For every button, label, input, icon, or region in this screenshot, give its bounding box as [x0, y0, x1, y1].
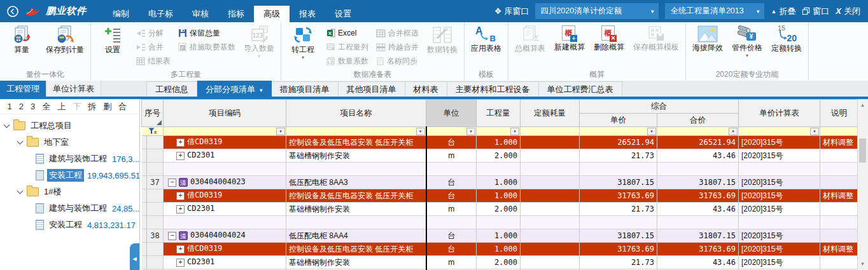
pipe-price-button[interactable]: ¥ 管件价格 ▾	[729, 24, 765, 58]
tree-toolbar-button[interactable]: 2	[15, 102, 27, 111]
cell-price-calc-table[interactable]: [2020]315号	[739, 189, 820, 203]
main-tab[interactable]: 分部分项清单▾	[197, 81, 272, 98]
cell-total-price[interactable]: 26521.94	[657, 136, 739, 149]
cell-quota-usage[interactable]	[521, 149, 580, 163]
row-gutter[interactable]	[142, 176, 147, 189]
row-gutter[interactable]	[142, 256, 147, 269]
cell-total-price[interactable]: 43.46	[657, 203, 739, 216]
chevron-expanded-icon[interactable]	[17, 188, 24, 194]
cell-quota-usage[interactable]	[521, 243, 580, 256]
calc-volume-button[interactable]: 算量	[4, 24, 39, 55]
cell-quantity[interactable]: 2.000	[477, 149, 521, 163]
tree-toolbar-button[interactable]: 3	[27, 102, 38, 111]
cell-price-calc-table[interactable]: [2020]315号	[739, 229, 820, 243]
quota-convert-button[interactable]: 15 20 定额转换	[769, 24, 804, 53]
filter-dropdown-icon[interactable]: ▾	[416, 128, 425, 135]
tree-leaf-arch-basement[interactable]: 建筑与装饰工程 176,3...	[0, 151, 139, 167]
cell-unit[interactable]	[426, 163, 477, 176]
cell-price-calc-table[interactable]: [2020]315号	[739, 136, 820, 149]
save-to-metering-button[interactable]: 保存到计量	[43, 24, 87, 55]
cell-unit-price[interactable]: 21.73	[580, 149, 657, 163]
cell-note[interactable]	[820, 149, 858, 163]
vertical-scrollbar[interactable]: ▲ ▼	[857, 99, 868, 270]
tree-toolbar-button[interactable]: 删	[100, 101, 115, 112]
filter-cell-code[interactable]: ▾	[164, 127, 286, 136]
cell-quantity[interactable]: 1.000	[477, 189, 521, 203]
tree-node-basement[interactable]: 地下室	[0, 134, 139, 151]
cell-quota-usage[interactable]	[521, 256, 580, 269]
scroll-down-icon[interactable]: ▼	[858, 259, 867, 269]
expand-node-icon[interactable]: +	[176, 192, 185, 200]
cell-price-calc-table[interactable]: [2020]315号	[739, 256, 820, 269]
cell-seq[interactable]	[147, 163, 164, 176]
scrollbar-thumb[interactable]	[859, 138, 866, 163]
header-total[interactable]: 合价	[657, 114, 739, 127]
cell-unit-price[interactable]: 26521.94	[580, 136, 657, 149]
cell-quota-usage[interactable]	[521, 229, 580, 243]
menubar-item[interactable]: 报表	[290, 6, 325, 22]
cell-unit[interactable]: 台	[426, 189, 477, 203]
row-gutter[interactable]	[142, 216, 147, 229]
filter-cell-unit[interactable]: ▾	[426, 127, 477, 136]
filter-cell-name[interactable]: ▾	[286, 127, 426, 136]
cell-name[interactable]: 基础槽钢制作安装	[286, 203, 426, 216]
collapse-node-icon[interactable]: −	[168, 232, 176, 240]
cell-quantity[interactable]: 2.000	[477, 256, 521, 269]
close-button[interactable]: X 关闭	[836, 6, 860, 17]
settings-button[interactable]: 设置	[95, 24, 130, 55]
cell-note[interactable]: 材料调整	[820, 189, 858, 203]
expand-node-icon[interactable]: +	[176, 245, 185, 253]
tree-leaf-install-basement[interactable]: 安装工程 19,943,695.51	[0, 167, 139, 184]
main-tab[interactable]: 工程信息	[146, 81, 197, 97]
cell-total-price[interactable]: 31763.69	[657, 189, 739, 203]
filter-dropdown-icon[interactable]: ▾	[729, 128, 738, 135]
header-code[interactable]: 项目编码	[164, 100, 286, 127]
table-row[interactable]: +借CD0319控制设备及低压电器安装 低压开关柜台1.00031763.693…	[142, 243, 858, 256]
menubar-item[interactable]: 高级	[254, 6, 290, 22]
cell-seq[interactable]: 37	[147, 176, 164, 189]
cell-note[interactable]	[820, 229, 858, 243]
cell-total-price[interactable]: 31807.15	[657, 176, 739, 189]
table-row[interactable]: +CD2301基础槽钢制作安装m2.00021.7343.46[2020]315…	[142, 149, 858, 163]
cell-name[interactable]: 控制设备及低压电器安装 低压开关柜	[286, 189, 426, 203]
cell-code[interactable]: −清030404004023	[164, 176, 286, 189]
main-tab[interactable]: 材料表	[405, 81, 447, 97]
expand-node-icon[interactable]: +	[176, 152, 185, 160]
cell-note[interactable]	[820, 216, 858, 229]
cell-price-calc-table[interactable]: [2020]315号	[739, 176, 820, 189]
cell-seq[interactable]	[147, 203, 164, 216]
table-row[interactable]: 38−清030404004024低压配电柜 8AA4台1.00031807.15…	[142, 229, 858, 243]
tree-toolbar-button[interactable]: 全	[39, 101, 54, 112]
tree-toolbar-button[interactable]: 1	[4, 102, 15, 111]
filter-dropdown-icon[interactable]: ▾	[647, 128, 656, 135]
cell-name[interactable]: 低压配电柜 8AA4	[286, 229, 426, 243]
cell-note[interactable]	[820, 163, 858, 176]
cell-unit-price[interactable]: 31807.15	[580, 176, 657, 189]
cell-note[interactable]: 材料调整	[820, 243, 858, 256]
cell-quota-usage[interactable]	[521, 136, 580, 149]
cell-unit-price[interactable]: 31763.69	[580, 189, 657, 203]
cell-seq[interactable]: 38	[147, 229, 164, 243]
cell-note[interactable]	[820, 256, 858, 269]
filter-cell-qty[interactable]: ▾	[477, 127, 521, 136]
keep-total-button[interactable]: 保留总量	[176, 27, 237, 39]
table-row[interactable]: +CD2301基础槽钢制作安装m2.00021.7343.46[2020]315…	[142, 203, 858, 216]
back-icon[interactable]	[6, 5, 19, 18]
tree-node-building1[interactable]: 1#楼	[0, 184, 139, 200]
cell-seq[interactable]	[147, 149, 164, 163]
cell-total-price[interactable]	[657, 216, 739, 229]
cell-unit[interactable]: 台	[426, 229, 477, 243]
cell-name[interactable]: 低压配电柜 8AA3	[286, 176, 426, 189]
header-unit[interactable]: 单位	[426, 100, 477, 127]
table-row[interactable]: +借CD0319控制设备及低压电器安装 低压开关柜台1.00031763.693…	[142, 189, 858, 203]
expand-node-icon[interactable]: +	[176, 205, 185, 213]
apply-table-button[interactable]: A B 应用表格	[468, 24, 504, 53]
header-name[interactable]: 项目名称	[286, 100, 426, 127]
cell-unit[interactable]: 台	[426, 176, 477, 189]
cell-unit-price[interactable]	[580, 163, 657, 176]
main-tab[interactable]: 单位工程费汇总表	[539, 81, 622, 97]
cell-seq[interactable]	[147, 256, 164, 269]
tree-toolbar-button[interactable]: 上	[54, 101, 69, 112]
cell-price-calc-table[interactable]: [2020]315号	[739, 149, 820, 163]
window-button[interactable]: 窗口	[802, 6, 829, 17]
